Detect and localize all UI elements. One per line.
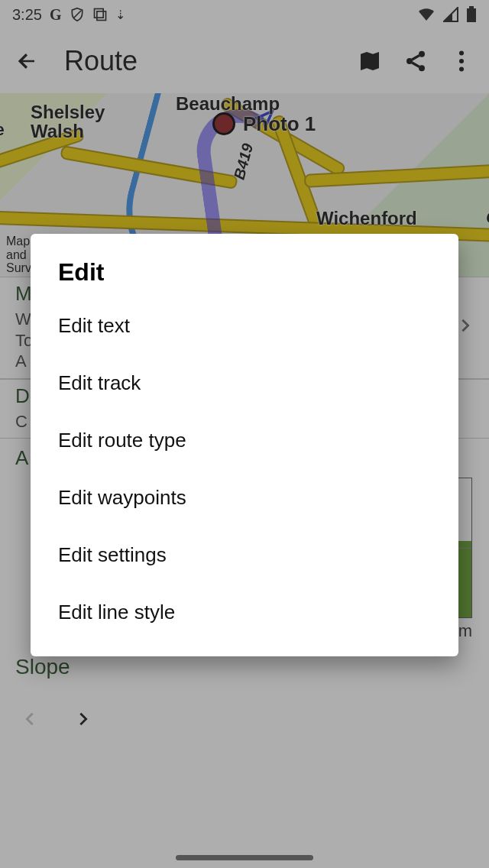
menu-item-edit-waypoints[interactable]: Edit waypoints <box>31 469 458 526</box>
menu-item-edit-settings[interactable]: Edit settings <box>31 526 458 584</box>
menu-item-edit-track[interactable]: Edit track <box>31 355 458 412</box>
menu-item-edit-text[interactable]: Edit text <box>31 297 458 355</box>
dialog-title: Edit <box>31 254 458 297</box>
menu-item-edit-line-style[interactable]: Edit line style <box>31 584 458 641</box>
nav-handle <box>176 855 313 860</box>
edit-dialog: Edit Edit text Edit track Edit route typ… <box>31 234 458 656</box>
menu-item-edit-route-type[interactable]: Edit route type <box>31 412 458 469</box>
